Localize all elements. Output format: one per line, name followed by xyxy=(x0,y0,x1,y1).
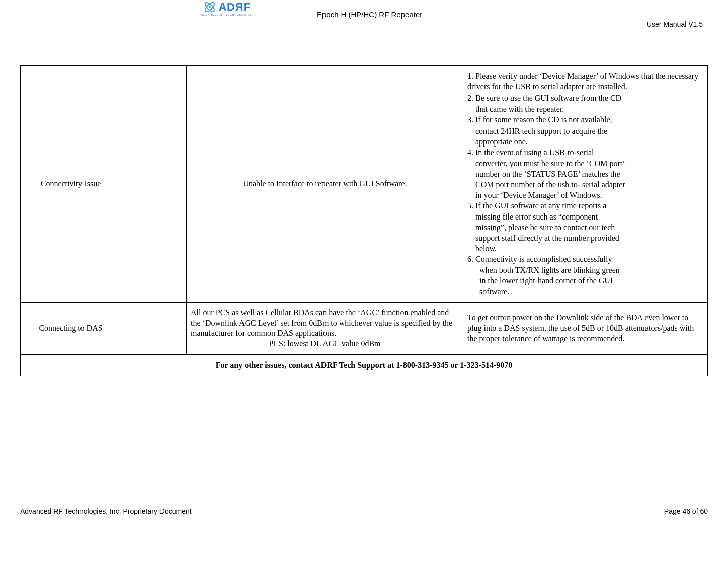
cell-description: All our PCS as well as Cellular BDAs can… xyxy=(187,302,463,354)
step-text: appropriate one. xyxy=(467,137,703,148)
step-text: 4. In the event of using a USB-to-serial xyxy=(467,148,703,158)
cell-topic: Connectivity Issue xyxy=(21,66,121,303)
company-logo: ADRF ADVANCED RF TECHNOLOGIES xyxy=(201,0,252,16)
step-text: in the lower right-hand corner of the GU… xyxy=(467,276,703,286)
step-text: COM port number of the usb to- serial ad… xyxy=(467,180,703,190)
logo-image: ADRF xyxy=(203,0,251,14)
rf-logo-icon xyxy=(203,0,217,14)
table-row: Connectivity Issue Unable to Interface t… xyxy=(21,66,708,303)
step-text: 6. Connectivity is accomplished successf… xyxy=(467,254,703,265)
cell-actions: To get output power on the Downlink side… xyxy=(463,302,708,354)
cell-empty xyxy=(121,302,187,354)
step-text: 1. Please verify under ‘Device Manager’ … xyxy=(467,71,703,92)
step-text: 5. If the GUI software at any time repor… xyxy=(467,201,703,211)
contact-cell: For any other issues, contact ADRF Tech … xyxy=(21,354,708,376)
step-text: below. xyxy=(467,244,703,254)
desc-sub: PCS: lowest DL AGC value 0dBm xyxy=(191,339,459,349)
svg-point-2 xyxy=(208,6,211,9)
page-header: ADRF ADVANCED RF TECHNOLOGIES Epoch-H (H… xyxy=(0,0,728,30)
step-text: contact 24HR tech support to acquire the xyxy=(467,126,703,137)
step-text: that came with the repeater. xyxy=(467,104,703,115)
troubleshooting-table: Connectivity Issue Unable to Interface t… xyxy=(20,65,708,376)
step-text: when both TX/RX lights are blinking gree… xyxy=(467,265,703,276)
step-text: in your ‘Device Manager’ of Windows. xyxy=(467,190,703,201)
logo-subtitle: ADVANCED RF TECHNOLOGIES xyxy=(201,13,252,16)
table-row: Connecting to DAS All our PCS as well as… xyxy=(21,302,708,354)
step-text: software. xyxy=(467,286,703,297)
cell-empty xyxy=(121,66,187,303)
document-version: User Manual V1.5 xyxy=(646,20,703,28)
step-text: 2. Be sure to use the GUI software from … xyxy=(467,93,703,104)
step-text: missing file error such as “component xyxy=(467,212,703,223)
logo-text: ADRF xyxy=(219,1,251,14)
table-row-contact: For any other issues, contact ADRF Tech … xyxy=(21,354,708,376)
step-text: 3. If for some reason the CD is not avai… xyxy=(467,115,703,125)
cell-description: Unable to Interface to repeater with GUI… xyxy=(187,66,463,303)
step-text: missing”, please be sure to contact our … xyxy=(467,223,703,233)
footer-page-number: Page 46 of 60 xyxy=(664,507,708,515)
page-footer: Advanced RF Technologies, Inc. Proprieta… xyxy=(0,507,728,535)
step-text: support staff directly at the number pro… xyxy=(467,233,703,244)
document-title: Epoch-H (HP/HC) RF Repeater xyxy=(317,10,422,19)
desc-main: All our PCS as well as Cellular BDAs can… xyxy=(191,308,452,338)
cell-topic: Connecting to DAS xyxy=(21,302,121,354)
cell-actions: 1. Please verify under ‘Device Manager’ … xyxy=(463,66,708,303)
footer-proprietary: Advanced RF Technologies, Inc. Proprieta… xyxy=(20,507,192,515)
step-text: number on the ‘STATUS PAGE’ matches the xyxy=(467,169,703,180)
step-text: converter, you must be sure to the ‘COM … xyxy=(467,159,703,169)
page-content: Connectivity Issue Unable to Interface t… xyxy=(0,30,728,376)
